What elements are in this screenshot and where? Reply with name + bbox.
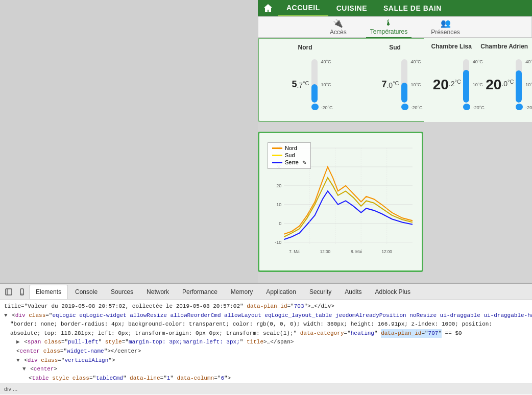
thermo-chambre-lisa-ball: [463, 104, 470, 110]
svg-text:20: 20: [276, 183, 281, 188]
devtools-tab-list: ElementsConsoleSourcesNetworkPerformance…: [29, 285, 417, 299]
temp-nord-widget: 5 .7 °C 40°C 10°C -20°C: [292, 53, 318, 116]
sub-nav-temperatures-label: Températures: [370, 28, 407, 35]
thermo-sud-ball: [401, 104, 408, 110]
devtools-tabs: ElementsConsoleSourcesNetworkPerformance…: [0, 284, 532, 300]
temp-chambre-lisa-decimal: .2: [449, 80, 455, 88]
acces-icon: 🔌: [333, 18, 343, 28]
legend-nord-color: [272, 147, 282, 149]
thermo-chambre-adrien-ball: [516, 104, 523, 110]
temp-chambre-lisa-thermo: 40°C 10°C -20°C: [463, 59, 470, 110]
svg-text:12:00: 12:00: [382, 249, 393, 254]
temp-chambre-lisa-value-container: 20 .2 °C: [433, 78, 461, 92]
legend-sud: Sud: [272, 152, 306, 158]
temp-nord-value: 5: [292, 79, 297, 90]
code-line-2: ▼ <div class="eqLogic eqLogic-widget all…: [4, 311, 528, 320]
temp-chambre-lisa-title: Chambre Lisa: [431, 43, 472, 50]
chart-legend: Nord Sud Serre ✎: [268, 142, 311, 169]
temp-sud-value-container: 7 .0 °C: [381, 79, 399, 90]
svg-text:10: 10: [276, 202, 281, 207]
code-line-9: <table style class="tableCmd" data-line=…: [4, 374, 528, 383]
devtools-tab-memory[interactable]: Memory: [225, 285, 259, 299]
left-background: [0, 0, 258, 283]
devtools-inspect-icon[interactable]: [3, 286, 15, 298]
devtools-tab-console[interactable]: Console: [69, 285, 104, 299]
temp-nord-title: Nord: [298, 44, 312, 51]
temp-sud-widget: 7 .0 °C 40°C 10°C -20°C: [381, 53, 408, 116]
thermo-chambre-adrien-labels: 40°C 10°C -20°C: [525, 59, 532, 110]
sub-nav: 🔌 Accès 🌡 Températures 👥 Présences: [258, 16, 532, 38]
nav-home-icon[interactable]: [258, 0, 278, 16]
temp-sud-title: Sud: [389, 44, 401, 51]
thermo-nord-labels: 40°C 10°C -20°C: [321, 59, 332, 110]
temp-sud-thermo: 40°C 10°C -20°C: [401, 59, 408, 110]
sub-nav-presences[interactable]: 👥 Présences: [427, 16, 464, 38]
devtools-status-bar: div ...: [0, 383, 532, 394]
legend-serre: Serre ✎: [272, 159, 306, 165]
code-line-5: ▶ <span class="pull-left" style="margin-…: [4, 338, 528, 347]
devtools-panel: ElementsConsoleSourcesNetworkPerformance…: [0, 283, 532, 395]
temp-section-chambre-lisa: Chambre Lisa 20 .2 °C 40°C 10°C -20°C: [426, 43, 477, 117]
temp-section-chambre-adrien: Chambre Adrien 20 .0 °C 40°C 10°C -20°C: [479, 43, 530, 117]
temp-panel-ext: Chambre Lisa 20 .2 °C 40°C 10°C -20°C: [424, 38, 532, 122]
devtools-tab-security[interactable]: Security: [303, 285, 337, 299]
nav-bar: ACCUEIL CUISINE SALLE DE BAIN: [258, 0, 532, 16]
devtools-tab-sources[interactable]: Sources: [105, 285, 139, 299]
temp-section-nord: Nord 5 .7 °C 40°C 10°C -20°C: [261, 44, 349, 116]
sub-nav-acces[interactable]: 🔌 Accès: [326, 16, 351, 38]
temp-chambre-adrien-unit: °C: [507, 79, 514, 85]
thermo-chambre-adrien-fill: [516, 70, 522, 103]
chart-area: Nord Sud Serre ✎ 40 30 20 1: [263, 137, 418, 266]
nav-item-cuisine[interactable]: CUISINE: [328, 0, 375, 16]
temp-nord-thermo: 40°C 10°C -20°C: [311, 59, 319, 110]
thermo-chambre-lisa-bar: [463, 59, 469, 103]
nav-item-accueil[interactable]: ACCUEIL: [278, 0, 328, 16]
svg-rect-20: [6, 289, 12, 295]
temp-chambre-adrien-widget: 20 .0 °C 40°C 10°C -20°C: [486, 52, 523, 117]
legend-serre-edit-icon: ✎: [302, 160, 306, 165]
svg-text:-10: -10: [275, 240, 281, 245]
svg-text:7. Mai: 7. Mai: [289, 249, 300, 254]
temp-chambre-adrien-value-container: 20 .0 °C: [486, 78, 514, 92]
legend-nord: Nord: [272, 145, 306, 151]
sub-nav-acces-label: Accès: [330, 29, 347, 36]
temp-nord-unit: °C: [303, 80, 309, 86]
thermo-chambre-lisa-labels: 40°C 10°C -20°C: [473, 59, 485, 110]
temperatures-icon: 🌡: [384, 18, 393, 28]
devtools-status-text: div ...: [4, 386, 17, 392]
devtools-tab-network[interactable]: Network: [140, 285, 175, 299]
nav-item-salle-de-bain[interactable]: SALLE DE BAIN: [375, 0, 450, 16]
thermo-chambre-lisa-fill: [463, 70, 469, 103]
sub-nav-presences-label: Présences: [431, 29, 460, 36]
devtools-tab-application[interactable]: Application: [260, 285, 302, 299]
code-line-3: "border: none; border-radius: 4px; backg…: [4, 320, 528, 329]
temp-chambre-adrien-value: 20: [486, 78, 501, 92]
legend-nord-label: Nord: [285, 145, 297, 151]
temp-sud-decimal: .0: [386, 81, 393, 89]
devtools-tab-performance[interactable]: Performance: [176, 285, 224, 299]
svg-text:8. Mai: 8. Mai: [351, 249, 362, 254]
temp-sud-value: 7: [381, 79, 386, 90]
devtools-tab-adblock-plus[interactable]: Adblock Plus: [369, 285, 417, 299]
devtools-tab-audits[interactable]: Audits: [338, 285, 368, 299]
code-line-4: absolute; top: 118.281px; left: 0px; tra…: [4, 329, 528, 338]
chart-panel: Nord Sud Serre ✎ 40 30 20 1: [258, 132, 423, 272]
svg-text:12:00: 12:00: [320, 249, 331, 254]
thermo-chambre-adrien-bar: [516, 59, 522, 103]
devtools-content: title="Valeur du 2019-05-08 20:57:02, co…: [0, 300, 532, 383]
sub-nav-temperatures[interactable]: 🌡 Températures: [366, 16, 412, 38]
thermo-nord-fill: [311, 84, 318, 103]
legend-sud-color: [272, 155, 282, 156]
temp-chambre-adrien-title: Chambre Adrien: [480, 43, 528, 50]
temp-sud-unit: °C: [393, 80, 399, 86]
devtools-tab-elements[interactable]: Elements: [29, 285, 68, 299]
code-line-1: title="Valeur du 2019-05-08 20:57:02, co…: [4, 302, 528, 311]
temp-chambre-adrien-thermo: 40°C 10°C -20°C: [516, 59, 523, 110]
devtools-mobile-icon[interactable]: [16, 286, 28, 298]
temp-chambre-adrien-decimal: .0: [501, 80, 507, 88]
temp-chambre-lisa-unit: °C: [455, 79, 461, 85]
presences-icon: 👥: [441, 18, 451, 28]
code-line-8: ▼ <center>: [4, 365, 528, 374]
code-line-7: ▼ <div class="verticalAlign">: [4, 356, 528, 365]
temp-nord-decimal: .7: [297, 81, 303, 89]
